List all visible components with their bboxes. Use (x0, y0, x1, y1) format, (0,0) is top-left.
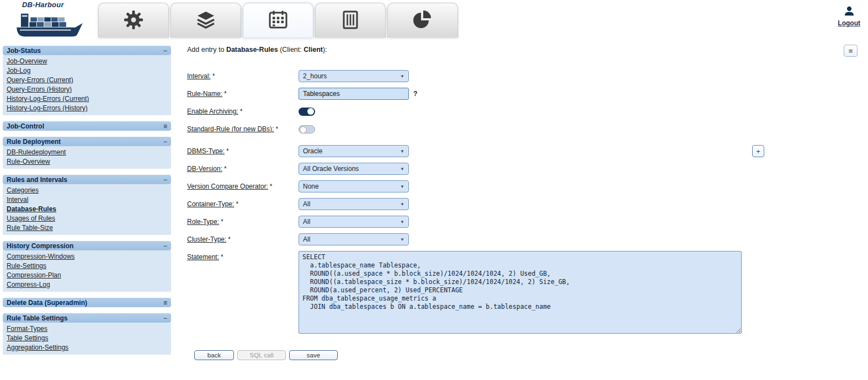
tab-reports[interactable] (387, 3, 458, 38)
collapse-icon[interactable]: − (163, 138, 167, 145)
sidebar-item-query-errors-current[interactable]: Query-Errors (Current) (3, 76, 171, 85)
sidebar-item-db-ruledeployment[interactable]: DB-Ruledeployment (3, 148, 171, 157)
add-dbms-block-button[interactable]: + (752, 145, 764, 157)
sidebar-item-table-settings[interactable]: Table Settings (3, 334, 171, 343)
container-type-select[interactable]: All ▼ (299, 198, 409, 210)
sidebar-item-interval[interactable]: Interval (3, 195, 171, 205)
expand-icon[interactable]: ≡ (163, 123, 167, 130)
save-button[interactable]: save (289, 350, 338, 360)
version-compare-operator-select[interactable]: None ▼ (299, 180, 409, 192)
required-marker: * (228, 236, 231, 243)
form-row-interval: Interval:* 2_hours ▼ (187, 70, 858, 82)
sidebar-section-header[interactable]: History Compression − (3, 241, 171, 250)
collapse-icon[interactable]: − (163, 47, 167, 54)
tab-databases[interactable] (315, 3, 386, 38)
cluster-type-label: Cluster-Type:* (187, 236, 299, 243)
sidebar-item-history-log-errors-current[interactable]: History-Log-Errors (Current) (3, 94, 171, 104)
rule-name-input[interactable] (299, 88, 409, 100)
form-row-rule-name: Rule-Name:* ? (187, 88, 858, 100)
sidebar-section-header[interactable]: Job-Status − (3, 46, 171, 55)
sidebar-item-usages-of-rules[interactable]: Usages of Rules (3, 214, 171, 223)
main-tabs (98, 3, 458, 38)
sidebar-section-header[interactable]: Rule Deployment − (3, 137, 171, 146)
required-marker: * (221, 218, 223, 226)
required-marker: * (221, 253, 223, 261)
sidebar-item-aggregation-settings[interactable]: Aggregation-Settings (3, 343, 171, 352)
content-menu-button[interactable]: ≡ (844, 45, 858, 57)
tab-layers[interactable] (171, 3, 241, 38)
db-version-select[interactable]: All Oracle Versions ▼ (299, 163, 409, 175)
collapse-icon[interactable]: − (163, 315, 167, 322)
sidebar-section-header[interactable]: Delete Data (Superadmin) ≡ (3, 298, 171, 307)
database-server-icon (339, 9, 361, 33)
enable-archiving-toggle[interactable] (299, 108, 315, 116)
user-icon (843, 11, 855, 19)
menu-icon: ≡ (849, 47, 853, 55)
chevron-down-icon: ▼ (400, 202, 404, 207)
sidebar-section-title: History Compression (7, 242, 73, 250)
collapse-icon[interactable]: − (163, 176, 167, 183)
required-marker: * (236, 200, 238, 208)
sidebar-section-header[interactable]: Rules and Intervals − (3, 175, 171, 184)
sidebar-item-categories[interactable]: Categories (3, 186, 171, 195)
sidebar-item-rule-table-size[interactable]: Rule Table-Size (3, 223, 171, 233)
sidebar-item-rule-overview[interactable]: Rule-Overview (3, 157, 171, 167)
required-marker: * (212, 72, 215, 80)
interval-label: Interval:* (187, 72, 299, 80)
sidebar-section-title: Delete Data (Superadmin) (7, 299, 87, 307)
sidebar-item-rule-settings[interactable]: Rule-Settings (3, 261, 171, 271)
role-type-select[interactable]: All ▼ (299, 216, 409, 228)
logout-link[interactable]: Logout (838, 19, 860, 27)
layers-icon (195, 9, 217, 33)
chevron-down-icon: ▼ (400, 220, 404, 224)
sidebar-section-rules-and-intervals: Rules and Intervals − Categories Interva… (3, 175, 171, 235)
logout-area: Logout (838, 5, 860, 28)
chevron-down-icon: ▼ (400, 167, 404, 172)
required-marker: * (224, 165, 227, 173)
collapse-icon[interactable]: − (163, 243, 167, 249)
cluster-type-select[interactable]: All ▼ (299, 233, 409, 245)
plus-icon: + (756, 147, 760, 156)
sidebar-section-rule-table-settings: Rule Table Settings − Format-Types Table… (3, 313, 171, 355)
standard-rule-toggle[interactable] (299, 125, 315, 133)
sidebar-item-job-log[interactable]: Job-Log (3, 66, 171, 76)
interval-select[interactable]: 2_hours ▼ (299, 70, 409, 82)
enable-archiving-label: Enable Archiving:* (187, 108, 299, 115)
sidebar-section-title: Rule Deployment (7, 138, 61, 146)
chevron-down-icon: ▼ (400, 237, 404, 242)
sidebar-item-compression-windows[interactable]: Compression-Windows (3, 252, 171, 261)
tab-rules-schedule[interactable] (243, 3, 313, 38)
sidebar-item-compression-plan[interactable]: Compression-Plan (3, 271, 171, 280)
sidebar-section-header[interactable]: Job-Control ≡ (3, 121, 171, 131)
standard-rule-label: Standard-Rule (for new DBs):* (187, 125, 299, 133)
top-bar: DB-Harbour (0, 0, 868, 39)
page-title: Add entry to Database-Rules (Client: Cli… (187, 46, 858, 53)
sidebar-section-title: Job-Status (7, 47, 41, 55)
entity-name: Database-Rules (226, 46, 278, 53)
sidebar-section-history-compression: History Compression − Compression-Window… (3, 241, 171, 292)
tab-admin-tools[interactable] (98, 3, 169, 38)
sidebar-item-job-overview[interactable]: Job-Overview (3, 57, 171, 66)
dbms-type-select[interactable]: Oracle ▼ (299, 145, 409, 157)
expand-icon[interactable]: ≡ (163, 299, 167, 306)
back-button[interactable]: back (194, 350, 234, 360)
sidebar-section-job-status: Job-Status − Job-Overview Job-Log Query-… (3, 46, 171, 115)
help-icon[interactable]: ? (413, 90, 417, 98)
sidebar-item-history-log-errors-history[interactable]: History-Log-Errors (History) (3, 104, 171, 113)
pie-chart-icon (412, 9, 434, 33)
required-marker: * (226, 147, 229, 155)
sidebar-item-database-rules[interactable]: Database-Rules (3, 205, 171, 214)
ship-logo-icon (14, 33, 85, 40)
form-row-role-type: Role-Type:* All ▼ (187, 216, 858, 228)
sidebar-item-query-errors-history[interactable]: Query-Errors (History) (3, 85, 171, 94)
form-row-enable-archiving: Enable Archiving:* (187, 105, 858, 117)
sidebar-item-format-types[interactable]: Format-Types (3, 324, 171, 334)
sidebar-item-compress-log[interactable]: Compress-Log (3, 280, 171, 290)
statement-textarea[interactable]: SELECT a.tablespace_name Tablespace, ROU… (299, 251, 742, 334)
version-compare-operator-value: None (303, 183, 319, 190)
sidebar-section-header[interactable]: Rule Table Settings − (3, 313, 171, 323)
sql-call-button[interactable]: SQL call (237, 350, 286, 360)
rule-name-label: Rule-Name:* (187, 90, 299, 98)
form-row-statement: Statement:* SELECT a.tablespace_name Tab… (187, 251, 858, 334)
chevron-down-icon: ▼ (400, 74, 404, 79)
